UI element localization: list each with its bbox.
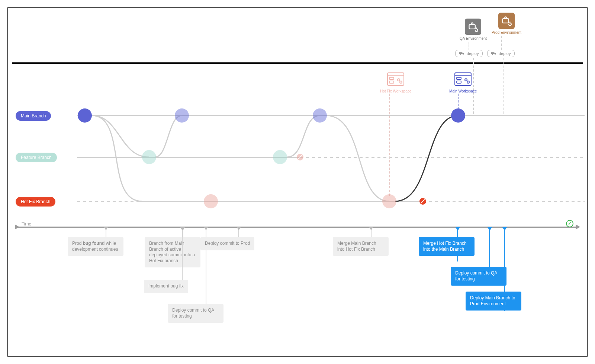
note: Implement bug fix [144, 280, 188, 293]
stop-marker [296, 153, 304, 161]
svg-point-19 [467, 81, 469, 83]
svg-rect-16 [457, 77, 461, 79]
commit-feat1 [142, 150, 156, 164]
svg-point-12 [398, 79, 400, 81]
time-axis [16, 227, 579, 228]
note: Merge Hot Fix Branch into the Main Branc… [419, 237, 475, 256]
commit-hot2 [382, 194, 396, 208]
hotfix-branch-line-dashed-right [423, 201, 585, 202]
time-label: Time [22, 221, 31, 227]
svg-point-6 [492, 54, 493, 55]
note: Deploy commit to QA for testing [451, 267, 506, 286]
workspace-icon [387, 72, 405, 87]
prod-environment: Prod Environment [492, 13, 521, 35]
arrow-icon [15, 224, 19, 230]
truck-icon [491, 52, 496, 55]
note: Branch from Main Branch of active deploy… [145, 237, 200, 267]
deploy-badge-prod: deploy [487, 50, 515, 57]
note: Deploy commit to QA for testing [168, 304, 223, 323]
svg-rect-17 [457, 81, 461, 83]
workspace-connector [458, 94, 459, 109]
commit-hot1 [204, 194, 218, 208]
svg-point-7 [495, 54, 495, 55]
svg-point-4 [463, 54, 463, 55]
hotfix-workspace-label: Hot Fix Workspace [380, 89, 411, 93]
svg-rect-0 [469, 25, 475, 29]
svg-rect-2 [459, 52, 462, 54]
deploy-badge-qa: deploy [455, 50, 483, 57]
commit-main4 [451, 108, 465, 123]
main-workspace-label: Main Workspace [449, 89, 477, 93]
commit-feat2 [273, 150, 287, 164]
feature-branch-line [77, 157, 300, 158]
svg-point-18 [465, 79, 467, 81]
prod-environment-label: Prod Environment [492, 30, 521, 35]
main-branch-line [77, 115, 585, 116]
hotfix-branch-label: Hot Fix Branch [16, 197, 55, 207]
commit-main2 [175, 108, 189, 123]
diagram-frame: QA Environment Prod Environment deploy d… [7, 7, 588, 357]
env-connector [503, 58, 504, 114]
note: Deploy Main Branch to Prod Environment [466, 292, 521, 311]
deploy-badge-label: deploy [499, 51, 511, 56]
svg-rect-11 [389, 81, 394, 83]
svg-rect-5 [491, 52, 494, 54]
main-branch-label: Main Branch [16, 111, 51, 121]
hotfix-workspace: Hot Fix Workspace [380, 72, 411, 93]
svg-point-3 [460, 54, 461, 55]
note: Deploy commit to Prod [200, 237, 254, 250]
qa-environment-label: QA Environment [460, 36, 487, 40]
env-connector [469, 42, 469, 50]
main-workspace: Main Workspace [449, 72, 477, 93]
feature-branch-label: Feature Branch [16, 153, 57, 162]
check-icon: ✓ [566, 220, 573, 227]
env-connector [501, 36, 502, 50]
svg-rect-1 [503, 19, 509, 23]
svg-rect-10 [389, 77, 394, 79]
note: Merge Main Branch into Hot Fix Branch [333, 237, 389, 256]
note: Prod bug found while development continu… [68, 237, 123, 256]
commit-main1 [78, 108, 92, 123]
workspace-connector [389, 94, 390, 196]
briefcase-sync-icon [498, 13, 515, 29]
stop-marker [419, 198, 427, 205]
feature-branch-line-dashed [300, 157, 585, 158]
truck-icon [459, 52, 464, 55]
deploy-badge-label: deploy [467, 51, 479, 56]
qa-environment: QA Environment [460, 19, 487, 40]
workspace-icon [454, 72, 472, 87]
svg-point-13 [400, 81, 402, 83]
hotfix-branch-line [142, 201, 423, 202]
divider [12, 62, 583, 64]
leader [182, 228, 183, 282]
briefcase-sync-icon [465, 19, 481, 35]
hotfix-branch-line-dashed-left [77, 201, 142, 202]
commit-main3 [313, 108, 327, 123]
arrow-icon [576, 224, 580, 230]
